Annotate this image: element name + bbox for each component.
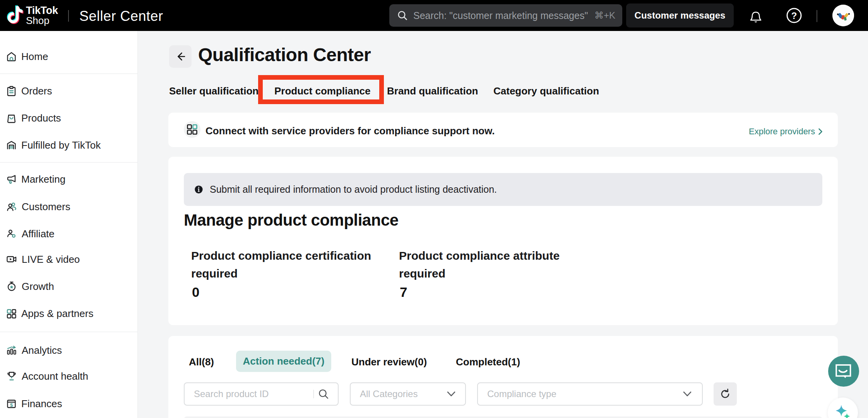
svg-text:?: ? bbox=[791, 10, 797, 21]
svg-text:$: $ bbox=[10, 402, 13, 408]
